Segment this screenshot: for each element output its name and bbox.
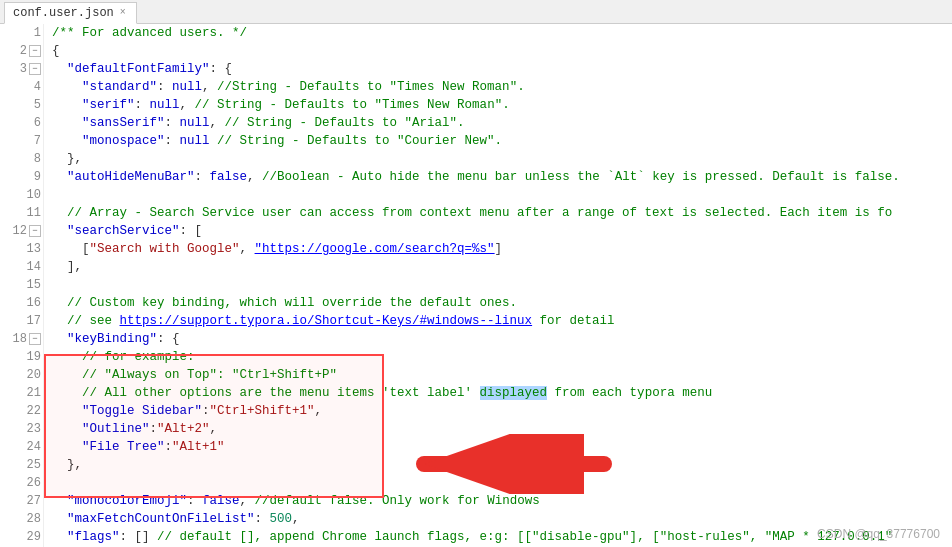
- watermark: CSDN @qq_37776700: [817, 527, 940, 541]
- fold-button-18[interactable]: −: [29, 333, 41, 345]
- line-number-22: 22: [21, 402, 41, 420]
- line-number-8: 8: [21, 150, 41, 168]
- line-number-23: 23: [21, 420, 41, 438]
- code-line-12: "searchService": [: [44, 222, 952, 240]
- gutter-line-22: 22: [0, 402, 43, 420]
- gutter-line-1: 1: [0, 24, 43, 42]
- tab-bar: conf.user.json ×: [0, 0, 952, 24]
- code-line-27: "monocolorEmoji": false, //default false…: [44, 492, 952, 510]
- line-number-4: 4: [21, 78, 41, 96]
- line-number-14: 14: [21, 258, 41, 276]
- code-line-9: "autoHideMenuBar": false, //Boolean - Au…: [44, 168, 952, 186]
- gutter-line-3: 3−: [0, 60, 43, 78]
- code-line-21: // All other options are the menu items …: [44, 384, 952, 402]
- gutter-line-19: 19: [0, 348, 43, 366]
- code-line-24: "File Tree":"Alt+1": [44, 438, 952, 456]
- line-number-19: 19: [21, 348, 41, 366]
- gutter-line-26: 26: [0, 474, 43, 492]
- gutter-line-9: 9: [0, 168, 43, 186]
- gutter-line-5: 5: [0, 96, 43, 114]
- code-line-8: },: [44, 150, 952, 168]
- gutter-line-6: 6: [0, 114, 43, 132]
- gutter-line-13: 13: [0, 240, 43, 258]
- line-number-1: 1: [21, 24, 41, 42]
- code-line-5: "serif": null, // String - Defaults to "…: [44, 96, 952, 114]
- fold-button-3[interactable]: −: [29, 63, 41, 75]
- code-line-11: // Array - Search Service user can acces…: [44, 204, 952, 222]
- code-line-20: // "Always on Top": "Ctrl+Shift+P": [44, 366, 952, 384]
- code-line-19: // for example:: [44, 348, 952, 366]
- line-number-26: 26: [21, 474, 41, 492]
- gutter-line-16: 16: [0, 294, 43, 312]
- code-line-28: "maxFetchCountOnFileList": 500,: [44, 510, 952, 528]
- gutter-line-15: 15: [0, 276, 43, 294]
- code-line-22: "Toggle Sidebar":"Ctrl+Shift+1",: [44, 402, 952, 420]
- gutter-line-12: 12−: [0, 222, 43, 240]
- line-number-9: 9: [21, 168, 41, 186]
- gutter-line-20: 20: [0, 366, 43, 384]
- gutter-line-21: 21: [0, 384, 43, 402]
- code-line-26: [44, 474, 952, 492]
- tab-conf-user-json[interactable]: conf.user.json ×: [4, 2, 137, 24]
- gutter-line-8: 8: [0, 150, 43, 168]
- code-line-15: [44, 276, 952, 294]
- code-line-25: },: [44, 456, 952, 474]
- line-number-21: 21: [21, 384, 41, 402]
- line-number-7: 7: [21, 132, 41, 150]
- code-line-3: "defaultFontFamily": {: [44, 60, 952, 78]
- line-number-16: 16: [21, 294, 41, 312]
- gutter-line-24: 24: [0, 438, 43, 456]
- line-number-10: 10: [21, 186, 41, 204]
- tab-close-button[interactable]: ×: [120, 7, 126, 18]
- code-line-1: /** For advanced users. */: [44, 24, 952, 42]
- line-number-13: 13: [21, 240, 41, 258]
- gutter-line-27: 27: [0, 492, 43, 510]
- code-line-13: ["Search with Google", "https://google.c…: [44, 240, 952, 258]
- fold-button-2[interactable]: −: [29, 45, 41, 57]
- line-number-2: 2: [7, 42, 27, 60]
- code-line-16: // Custom key binding, which will overri…: [44, 294, 952, 312]
- line-number-5: 5: [21, 96, 41, 114]
- code-line-6: "sansSerif": null, // String - Defaults …: [44, 114, 952, 132]
- line-number-6: 6: [21, 114, 41, 132]
- line-number-18: 18: [7, 330, 27, 348]
- code-line-4: "standard": null, //String - Defaults to…: [44, 78, 952, 96]
- code-line-23: "Outline":"Alt+2",: [44, 420, 952, 438]
- code-line-7: "monospace": null // String - Defaults t…: [44, 132, 952, 150]
- gutter-line-23: 23: [0, 420, 43, 438]
- gutter-line-25: 25: [0, 456, 43, 474]
- line-number-3: 3: [7, 60, 27, 78]
- line-number-25: 25: [21, 456, 41, 474]
- line-number-gutter: 12−3−456789101112−131415161718−192021222…: [0, 24, 44, 547]
- gutter-line-4: 4: [0, 78, 43, 96]
- gutter-line-10: 10: [0, 186, 43, 204]
- gutter-line-7: 7: [0, 132, 43, 150]
- fold-button-12[interactable]: −: [29, 225, 41, 237]
- line-number-28: 28: [21, 510, 41, 528]
- line-number-20: 20: [21, 366, 41, 384]
- code-line-10: [44, 186, 952, 204]
- gutter-line-17: 17: [0, 312, 43, 330]
- gutter-line-2: 2−: [0, 42, 43, 60]
- tab-filename: conf.user.json: [13, 6, 114, 20]
- editor-area: 12−3−456789101112−131415161718−192021222…: [0, 24, 952, 547]
- code-line-29: "flags": [] // default [], append Chrome…: [44, 528, 952, 546]
- line-number-24: 24: [21, 438, 41, 456]
- code-content[interactable]: /** For advanced users. */{ "defaultFont…: [44, 24, 952, 547]
- gutter-line-14: 14: [0, 258, 43, 276]
- line-number-15: 15: [21, 276, 41, 294]
- code-line-14: ],: [44, 258, 952, 276]
- gutter-line-28: 28: [0, 510, 43, 528]
- line-number-12: 12: [7, 222, 27, 240]
- gutter-line-18: 18−: [0, 330, 43, 348]
- code-line-18: "keyBinding": {: [44, 330, 952, 348]
- code-line-2: {: [44, 42, 952, 60]
- gutter-line-11: 11: [0, 204, 43, 222]
- line-number-17: 17: [21, 312, 41, 330]
- gutter-line-29: 29: [0, 528, 43, 546]
- code-line-17: // see https://support.typora.io/Shortcu…: [44, 312, 952, 330]
- line-number-27: 27: [21, 492, 41, 510]
- line-number-29: 29: [21, 528, 41, 546]
- line-number-11: 11: [21, 204, 41, 222]
